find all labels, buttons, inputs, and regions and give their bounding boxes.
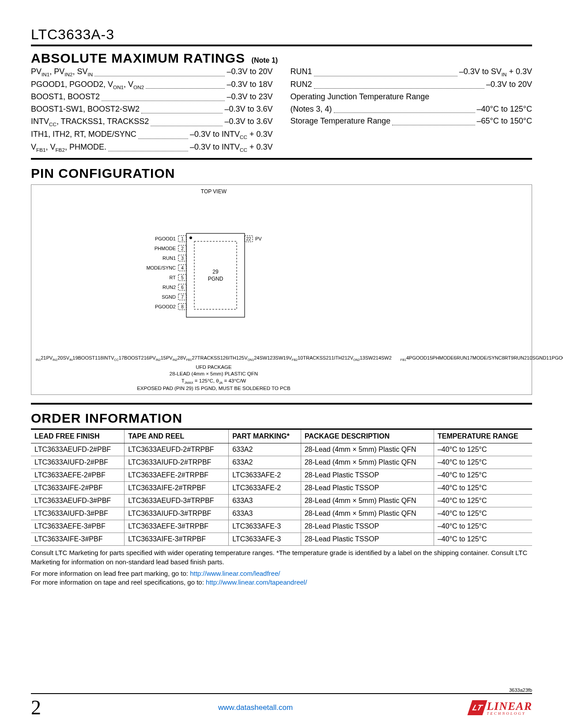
svg-text:6: 6	[181, 285, 184, 290]
svg-text:4: 4	[181, 266, 184, 270]
table-row: LTC3633AEFE-3#PBFLTC3633AEFE-3#TRPBFLTC3…	[31, 520, 532, 533]
svg-text:RUN2: RUN2	[162, 285, 176, 290]
svg-text:7: 7	[181, 295, 184, 300]
svg-text:1: 1	[181, 236, 184, 241]
rating-row: PGOOD1, PGOOD2, VON1, VON2–0.3V to 18V	[31, 79, 273, 91]
section-pinconfig-title: PIN CONFIGURATION	[31, 166, 175, 180]
svg-text:RT: RT	[169, 275, 176, 280]
linear-logo: LT LINEARTECHNOLOGY	[470, 700, 532, 716]
rating-row: Operating Junction Temperature Range	[291, 91, 533, 103]
svg-text:22: 22	[246, 236, 251, 241]
part-number: LTC3633A-3	[31, 26, 532, 46]
svg-text:RUN1: RUN1	[162, 255, 176, 261]
table-header: TEMPERATURE RANGE	[434, 429, 532, 443]
rating-row: RUN1–0.3V to SVIN + 0.3V	[291, 66, 533, 79]
svg-text:PGOOD1: PGOOD1	[155, 236, 176, 241]
svg-text:SGND: SGND	[162, 294, 176, 300]
doc-code: 3633a23fb	[509, 687, 532, 693]
table-row: LTC3633AEUFD-2#PBFLTC3633AEUFD-2#TRPBF63…	[31, 443, 532, 456]
order-footnote-1: Consult LTC Marketing for parts specifie…	[31, 548, 532, 567]
rating-row: BOOST1-SW1, BOOST2-SW2–0.3V to 3.6V	[31, 103, 273, 116]
tapereel-link[interactable]: http://www.linear.com/tapeandreel/	[206, 578, 307, 586]
svg-text:PGND: PGND	[208, 276, 223, 282]
svg-rect-1	[194, 241, 237, 309]
svg-text:2: 2	[181, 246, 184, 251]
tape-link-line: For more information on tape and reel sp…	[31, 578, 532, 587]
pin-configuration-figure: TOP VIEW29PGND1PGOOD12PHMODE3RUN14MODE/S…	[31, 184, 532, 395]
rating-row: Storage Temperature Range–65°C to 150°C	[291, 115, 533, 128]
rating-row: ITH1, ITH2, RT, MODE/SYNC–0.3V to INTVCC…	[31, 128, 273, 141]
svg-text:3: 3	[181, 256, 184, 261]
section-order-title: ORDER INFORMATION	[31, 411, 182, 425]
page-number: 2	[31, 696, 41, 719]
table-row: LTC3633AIFE-3#PBFLTC3633AIFE-3#TRPBFLTC3…	[31, 533, 532, 546]
leadfree-link[interactable]: http://www.linear.com/leadfree/	[190, 570, 280, 577]
rating-row: VFB1, VFB2, PHMODE.–0.3V to INTVCC + 0.3…	[31, 141, 273, 154]
section-abs-max-title: ABSOLUTE MAXIMUM RATINGS	[31, 51, 245, 65]
rating-row: BOOST1, BOOST2–0.3V to 23V	[31, 91, 273, 103]
svg-text:PV: PV	[255, 236, 262, 241]
table-header: LEAD FREE FINISH	[31, 429, 125, 443]
svg-text:PHMODE: PHMODE	[155, 246, 176, 251]
table-row: LTC3633AEUFD-3#PBFLTC3633AEUFD-3#TRPBF63…	[31, 495, 532, 507]
svg-text:5: 5	[181, 275, 184, 280]
svg-text:MODE/SYNC: MODE/SYNC	[146, 265, 176, 270]
logo-mark-icon: LT	[468, 700, 487, 715]
table-row: LTC3633AEFE-2#PBFLTC3633AEFE-2#TRPBFLTC3…	[31, 469, 532, 482]
rating-row: RUN2–0.3V to 20V	[291, 79, 533, 91]
svg-point-4	[189, 236, 192, 239]
rating-row: PVIN1, PVIN2, SVIN–0.3V to 20V	[31, 66, 273, 79]
rating-row: INTVCC, TRACKSS1, TRACKSS2–0.3V to 3.6V	[31, 116, 273, 128]
table-row: LTC3633AIUFD-3#PBFLTC3633AIUFD-3#TRPBF63…	[31, 507, 532, 520]
rating-row: (Notes 3, 4)–40°C to 125°C	[291, 103, 533, 116]
footer-url[interactable]: www.datasheetall.com	[218, 703, 293, 712]
abs-max-note: (Note 1)	[252, 56, 278, 64]
order-info-table: LEAD FREE FINISHTAPE AND REELPART MARKIN…	[31, 428, 532, 546]
table-row: LTC3633AIUFD-2#PBFLTC3633AIUFD-2#TRPBF63…	[31, 456, 532, 469]
leadfree-link-line: For more information on lead free part m…	[31, 569, 532, 578]
table-header: PACKAGE DESCRIPTION	[301, 429, 434, 443]
table-header: PART MARKING*	[229, 429, 301, 443]
abs-max-ratings: PVIN1, PVIN2, SVIN–0.3V to 20VPGOOD1, PG…	[31, 66, 532, 154]
table-row: LTC3633AIFE-2#PBFLTC3633AIFE-2#TRPBFLTC3…	[31, 482, 532, 495]
table-header: TAPE AND REEL	[125, 429, 229, 443]
svg-text:29: 29	[212, 269, 219, 275]
svg-text:PGOOD2: PGOOD2	[155, 304, 176, 309]
svg-text:8: 8	[181, 304, 184, 309]
svg-rect-0	[186, 233, 245, 317]
